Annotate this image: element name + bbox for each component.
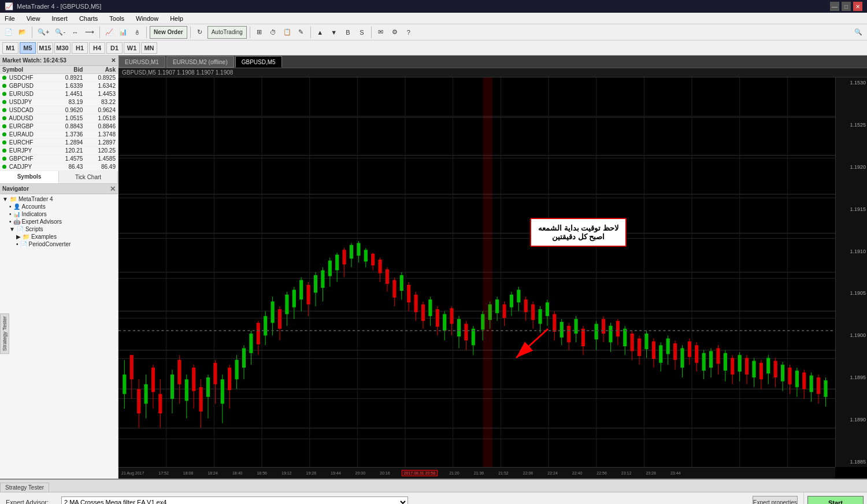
bar-chart-button[interactable]: 📊 — [117, 26, 129, 39]
nav-item-expert-advisors[interactable]: •🤖Expert Advisors — [0, 218, 118, 225]
autoscroll-button[interactable]: ⟶ — [83, 26, 97, 39]
search-button[interactable]: 🔍 — [852, 26, 865, 39]
navigator-close[interactable]: ✕ — [110, 185, 116, 193]
svg-rect-96 — [386, 269, 389, 284]
tf-w1[interactable]: W1 — [124, 42, 140, 54]
nav-item-accounts[interactable]: •👤Accounts — [0, 203, 118, 210]
tf-h1[interactable]: H1 — [72, 42, 88, 54]
autotrading-button[interactable]: AutoTrading — [208, 26, 247, 39]
ea-select[interactable]: 2 MA Crosses Mega filter EA V1.ex4 — [61, 496, 408, 504]
market-watch-row[interactable]: GBPCHF 1.4575 1.4585 — [0, 155, 118, 163]
time-label-7: 19:12 — [281, 471, 292, 475]
nav-item-periodconverter[interactable]: •📄PeriodConverter — [0, 240, 118, 248]
market-watch-row[interactable]: EURUSD 1.4451 1.4453 — [0, 90, 118, 98]
help-button[interactable]: ? — [402, 26, 415, 39]
market-watch-row[interactable]: AUDUSD 1.0515 1.0518 — [0, 114, 118, 123]
svg-rect-188 — [724, 353, 727, 370]
strategy-form: Expert Advisor: 2 MA Crosses Mega filter… — [0, 492, 803, 504]
strategy-tester-content: Expert Advisor: 2 MA Crosses Mega filter… — [0, 492, 867, 504]
svg-rect-206 — [788, 368, 791, 384]
indicators-button[interactable]: ⊞ — [253, 26, 266, 39]
menu-window[interactable]: Window — [134, 15, 161, 22]
expert-properties-button[interactable]: Expert properties — [753, 496, 798, 504]
refresh-button[interactable]: ↻ — [194, 26, 206, 39]
candle-chart-button[interactable]: 🕯 — [131, 26, 143, 39]
chart-tab-eurusd-m2[interactable]: EURUSD,M2 (offline) — [166, 56, 234, 68]
market-watch-row[interactable]: CADJPY 86.43 86.49 — [0, 163, 118, 171]
nav-item-examples[interactable]: ▶📁Examples — [0, 233, 118, 240]
titlebar-controls[interactable]: — □ ✕ — [830, 2, 862, 11]
market-watch-row[interactable]: USDJPY 83.19 83.22 — [0, 98, 118, 106]
nav-item-indicators[interactable]: •📊Indicators — [0, 210, 118, 218]
app-icon: 📈 — [5, 2, 13, 10]
sell-button[interactable]: S — [355, 26, 368, 39]
nav-item-icon: 🤖 — [13, 218, 20, 225]
bid-cell: 1.2894 — [53, 139, 86, 147]
ask-cell: 86.49 — [85, 163, 118, 171]
menu-view[interactable]: View — [24, 15, 43, 22]
market-watch-row[interactable]: USDCAD 0.9620 0.9624 — [0, 106, 118, 114]
nav-item-metatrader-4[interactable]: ▼📁MetaTrader 4 — [0, 195, 118, 203]
up-arrow-button[interactable]: ▲ — [314, 26, 327, 39]
close-button[interactable]: ✕ — [853, 2, 862, 11]
ask-cell: 0.9624 — [85, 106, 118, 114]
chart-tab-eurusd-m1[interactable]: EURUSD,M1 — [118, 56, 165, 68]
annotation-line2: اصبح كل دقيقتين — [538, 232, 618, 241]
buy-button[interactable]: B — [342, 26, 354, 39]
chart-inner[interactable]: 1.1530 1.1525 1.1920 1.1915 1.1910 1.190… — [118, 77, 867, 479]
chart-canvas[interactable]: GBPUSD,M5 1.1907 1.1908 1.1907 1.1908 — [118, 68, 867, 479]
menu-file[interactable]: File — [2, 15, 17, 22]
options-button[interactable]: ⚙ — [388, 26, 401, 39]
down-arrow-button[interactable]: ▼ — [328, 26, 340, 39]
minimize-button[interactable]: — — [830, 2, 839, 11]
market-watch-row[interactable]: USDCHF 0.8921 0.8925 — [0, 74, 118, 82]
tf-m5[interactable]: M5 — [20, 42, 36, 54]
price-label-8: 1.1895 — [837, 375, 866, 380]
menu-charts[interactable]: Charts — [77, 15, 100, 22]
zoom-out-button[interactable]: 🔍- — [53, 26, 68, 39]
toolbar-sep4 — [190, 27, 191, 38]
tpl-button[interactable]: 📋 — [281, 26, 294, 39]
open-button[interactable]: 📂 — [16, 26, 29, 39]
tf-mn[interactable]: MN — [141, 42, 157, 54]
chart-header-bar: GBPUSD,M5 1.1907 1.1908 1.1907 1.1908 — [118, 68, 867, 77]
line-chart-button[interactable]: 📈 — [103, 26, 116, 39]
new-chart-button[interactable]: 📄 — [2, 26, 15, 39]
tf-h4[interactable]: H4 — [89, 42, 105, 54]
tab-tick-chart[interactable]: Tick Chart — [59, 171, 118, 183]
symbol-cell: GBPCHF — [0, 155, 53, 163]
periods-button[interactable]: ⏱ — [267, 26, 280, 39]
tab-symbols[interactable]: Symbols — [0, 171, 59, 183]
menu-help[interactable]: Help — [168, 15, 186, 22]
market-watch-row[interactable]: EURCHF 1.2894 1.2897 — [0, 139, 118, 147]
email-button[interactable]: ✉ — [375, 26, 387, 39]
market-watch-row[interactable]: EURGBP 0.8843 0.8846 — [0, 123, 118, 131]
new-order-button[interactable]: New Order — [150, 26, 187, 39]
start-button[interactable]: Start — [807, 496, 864, 504]
tf-d1[interactable]: D1 — [106, 42, 123, 54]
tf-m1[interactable]: M1 — [2, 42, 18, 54]
maximize-button[interactable]: □ — [842, 2, 851, 11]
zoom-in-button[interactable]: 🔍+ — [35, 26, 51, 39]
objects-button[interactable]: ✎ — [295, 26, 307, 39]
market-watch-close[interactable]: ✕ — [111, 57, 116, 64]
bid-cell: 0.8921 — [53, 74, 86, 82]
svg-rect-214 — [817, 377, 820, 394]
menu-tools[interactable]: Tools — [107, 15, 127, 22]
tf-m15[interactable]: M15 — [37, 42, 53, 54]
menu-insert[interactable]: Insert — [49, 15, 70, 22]
market-watch-row[interactable]: GBPUSD 1.6339 1.6342 — [0, 82, 118, 90]
svg-rect-26 — [130, 355, 134, 379]
chart-shift-button[interactable]: ↔ — [69, 26, 81, 39]
nav-item-scripts[interactable]: ▼📄Scripts — [0, 225, 118, 233]
vertical-tab[interactable]: Strategy Tester — [0, 313, 9, 354]
chart-tab-gbpusd-m5[interactable]: GBPUSD,M5 — [235, 56, 282, 68]
nav-item-label: Indicators — [22, 211, 47, 217]
svg-rect-198 — [759, 363, 763, 380]
market-watch-row[interactable]: EURAUD 1.3736 1.3748 — [0, 131, 118, 139]
market-watch-row[interactable]: EURJPY 120.21 120.25 — [0, 147, 118, 155]
tf-m30[interactable]: M30 — [54, 42, 71, 54]
time-label-3: 18:08 — [183, 471, 194, 475]
time-label-10: 20:00 — [355, 471, 366, 475]
time-axis: 21 Aug 2017 17:52 18:08 18:24 18:40 18:5… — [118, 467, 835, 479]
